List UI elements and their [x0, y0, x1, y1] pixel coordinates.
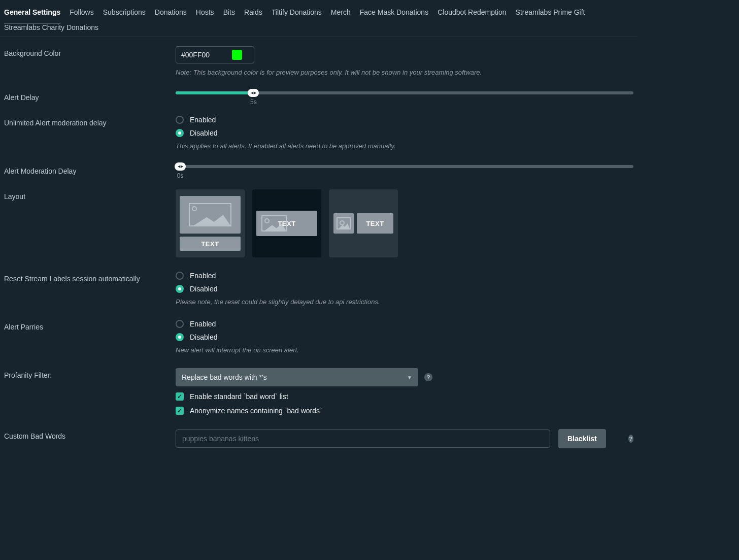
tab-raids[interactable]: Raids [244, 4, 267, 23]
radio-label: Disabled [190, 333, 217, 341]
tab-tiltify[interactable]: Tiltify Donations [272, 4, 326, 23]
reset-labels-enabled-radio[interactable]: Enabled [176, 272, 633, 280]
checkbox-label: Enable standard `bad word` list [190, 392, 288, 401]
layout-text-label: TEXT [256, 211, 317, 236]
background-color-input[interactable] [176, 46, 254, 63]
radio-label: Enabled [190, 272, 216, 280]
custom-bad-words-input[interactable] [176, 430, 550, 448]
slider-thumb-icon[interactable] [248, 89, 259, 97]
tab-hosts[interactable]: Hosts [196, 4, 219, 23]
tab-facemask[interactable]: Face Mask Donations [360, 4, 433, 23]
check-icon: ✓ [176, 392, 184, 401]
alert-mod-delay-slider[interactable]: 0s [176, 164, 633, 168]
check-icon: ✓ [176, 407, 184, 415]
background-color-note: Note: This background color is for previ… [176, 69, 633, 76]
background-color-text[interactable] [181, 51, 232, 59]
profanity-filter-select[interactable]: Replace bad words with *'s ▼ [176, 368, 418, 386]
chevron-down-icon: ▼ [407, 375, 412, 380]
background-color-label: Background Color [4, 46, 176, 76]
settings-panel: Background Color Note: This background c… [0, 37, 637, 469]
unlimited-mod-disabled-radio[interactable]: Disabled [176, 129, 633, 137]
reset-labels-note: Please note, the reset could be slightly… [176, 298, 633, 306]
blacklist-button[interactable]: Blacklist [558, 429, 606, 448]
profanity-anonymize-checkbox[interactable]: ✓ Anonymize names containing `bad words` [176, 407, 633, 415]
layout-text-label: TEXT [180, 237, 241, 251]
radio-label: Disabled [190, 285, 217, 293]
custom-bad-words-label: Custom Bad Words [4, 429, 176, 448]
reset-labels-disabled-radio[interactable]: Disabled [176, 285, 633, 293]
tab-charity[interactable]: Streamlabs Charity Donations [4, 23, 103, 37]
select-value: Replace bad words with *'s [182, 373, 267, 381]
radio-label: Disabled [190, 129, 217, 137]
alert-mod-delay-value: 0s [177, 172, 184, 179]
tab-prime-gift[interactable]: Streamlabs Prime Gift [516, 4, 590, 23]
alert-parries-note: New alert will interrupt the on screen a… [176, 346, 633, 354]
radio-label: Enabled [190, 320, 216, 328]
help-icon[interactable]: ? [628, 435, 633, 443]
tab-general-settings[interactable]: General Settings [4, 4, 65, 23]
settings-tabs: General Settings Follows Subscriptions D… [0, 0, 637, 37]
unlimited-mod-note: This applies to all alerts. If enabled a… [176, 142, 633, 150]
color-swatch[interactable] [232, 50, 242, 60]
help-icon[interactable]: ? [424, 373, 432, 381]
alert-mod-delay-label: Alert Moderation Delay [4, 164, 176, 175]
unlimited-mod-enabled-radio[interactable]: Enabled [176, 116, 633, 124]
tab-donations[interactable]: Donations [155, 4, 191, 23]
slider-thumb-icon[interactable] [175, 162, 186, 171]
layout-label: Layout [4, 189, 176, 257]
alert-delay-slider[interactable]: 5s [176, 90, 633, 94]
layout-option-top[interactable]: TEXT [176, 189, 245, 257]
layout-option-side[interactable]: TEXT [329, 189, 398, 257]
alert-parries-enabled-radio[interactable]: Enabled [176, 320, 633, 328]
alert-delay-label: Alert Delay [4, 90, 176, 102]
alert-parries-label: Alert Parries [4, 320, 176, 354]
layout-option-overlay[interactable]: TEXT [252, 189, 321, 257]
reset-labels-label: Reset Stream Labels session automaticall… [4, 272, 176, 306]
checkbox-label: Anonymize names containing `bad words` [190, 407, 322, 415]
radio-label: Enabled [190, 116, 216, 124]
profanity-filter-label: Profanity Filter: [4, 368, 176, 415]
tab-bits[interactable]: Bits [223, 4, 240, 23]
alert-delay-value: 5s [250, 98, 257, 106]
profanity-standard-list-checkbox[interactable]: ✓ Enable standard `bad word` list [176, 392, 633, 401]
unlimited-mod-delay-label: Unlimited Alert moderation delay [4, 116, 176, 150]
tab-merch[interactable]: Merch [331, 4, 355, 23]
tab-follows[interactable]: Follows [70, 4, 98, 23]
tab-cloudbot[interactable]: Cloudbot Redemption [438, 4, 511, 23]
tab-subscriptions[interactable]: Subscriptions [103, 4, 150, 23]
layout-text-label: TEXT [357, 213, 393, 234]
alert-parries-disabled-radio[interactable]: Disabled [176, 333, 633, 341]
